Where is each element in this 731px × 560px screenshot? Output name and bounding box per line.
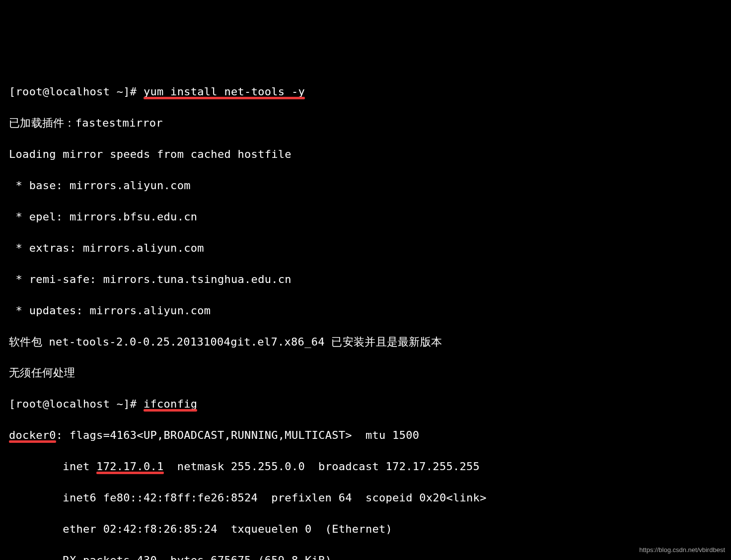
prompt-line-2[interactable]: [root@localhost ~]# ifconfig (9, 396, 722, 412)
docker0-inet-post: netmask 255.255.0.0 broadcast 172.17.255… (164, 460, 480, 473)
docker0-inet6: inet6 fe80::42:f8ff:fe26:8524 prefixlen … (9, 490, 722, 505)
docker0-ether: ether 02:42:f8:26:85:24 txqueuelen 0 (Et… (9, 521, 722, 537)
yum-loading-mirror: Loading mirror speeds from cached hostfi… (9, 146, 722, 162)
mirror-extras: * extras: mirrors.aliyun.com (9, 240, 722, 256)
command-ifconfig: ifconfig (144, 398, 197, 410)
interface-docker0: docker0 (9, 429, 56, 441)
docker0-flags: flags=4163<UP,BROADCAST,RUNNING,MULTICAS… (63, 429, 419, 441)
docker0-inet: inet 172.17.0.1 netmask 255.255.0.0 broa… (9, 459, 722, 474)
command-yum-install: yum install net-tools -y (144, 85, 305, 98)
terminal-output: [root@localhost ~]# yum install net-tool… (9, 69, 722, 560)
docker0-colon: : (56, 429, 63, 441)
shell-prompt: [root@localhost ~]# (9, 398, 144, 410)
yum-nothing-to-do: 无须任何处理 (9, 365, 722, 380)
docker0-rx-packets: RX packets 430 bytes 675675 (659.8 KiB) (9, 553, 722, 560)
csdn-watermark: https://blog.csdn.net/vbirdbest (639, 546, 725, 555)
prompt-line-1[interactable]: [root@localhost ~]# yum install net-tool… (9, 84, 722, 99)
shell-prompt: [root@localhost ~]# (9, 85, 144, 98)
yum-loaded-plugin: 已加载插件：fastestmirror (9, 115, 722, 131)
docker0-inet-pre: inet (9, 460, 96, 473)
mirror-updates: * updates: mirrors.aliyun.com (9, 303, 722, 318)
mirror-remi-safe: * remi-safe: mirrors.tuna.tsinghua.edu.c… (9, 272, 722, 287)
docker0-ip: 172.17.0.1 (96, 460, 163, 473)
mirror-epel: * epel: mirrors.bfsu.edu.cn (9, 209, 722, 224)
docker0-header: docker0: flags=4163<UP,BROADCAST,RUNNING… (9, 427, 722, 443)
mirror-base: * base: mirrors.aliyun.com (9, 178, 722, 193)
yum-already-installed: 软件包 net-tools-2.0-0.25.20131004git.el7.x… (9, 334, 722, 350)
